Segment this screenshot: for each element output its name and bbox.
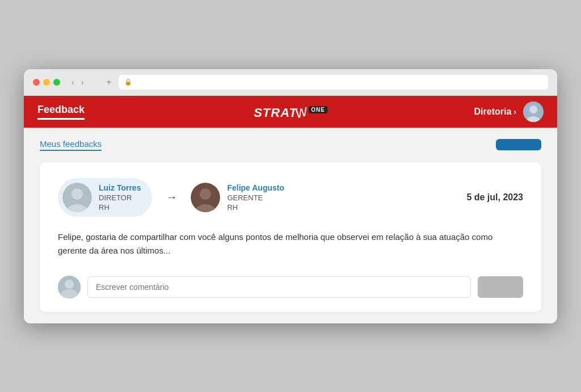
direction-arrow-icon: → bbox=[166, 191, 177, 204]
from-role: DIRETOR bbox=[99, 193, 141, 202]
svg-point-11 bbox=[61, 292, 77, 298]
nav-right: Diretoria › bbox=[474, 102, 544, 122]
close-button[interactable] bbox=[33, 79, 40, 86]
app-container: Feedback STRATwONE Diretoria › bbox=[24, 96, 557, 323]
svg-point-10 bbox=[65, 280, 74, 289]
to-role: GERENTE bbox=[227, 193, 284, 202]
page-header: Meus feedbacks bbox=[40, 139, 541, 151]
svg-point-1 bbox=[529, 106, 537, 113]
nav-user-avatar[interactable] bbox=[523, 102, 544, 122]
top-nav: Feedback STRATwONE Diretoria › bbox=[24, 96, 557, 128]
new-feedback-button[interactable] bbox=[496, 139, 541, 150]
feedback-participants: Luiz Torres DIRETOR RH → bbox=[58, 178, 284, 217]
minimize-button[interactable] bbox=[43, 79, 50, 86]
browser-window: ‹ › + 🔒 Feedback STRATwONE Diretoria bbox=[24, 69, 557, 323]
page-content: Meus feedbacks bbox=[24, 128, 557, 323]
to-avatar bbox=[191, 183, 220, 212]
svg-point-7 bbox=[200, 188, 211, 200]
nav-diretoria[interactable]: Diretoria › bbox=[474, 107, 516, 117]
commenter-avatar bbox=[58, 276, 81, 298]
from-avatar bbox=[62, 183, 92, 212]
forward-button[interactable]: › bbox=[79, 77, 86, 88]
maximize-button[interactable] bbox=[53, 79, 60, 86]
comment-input[interactable] bbox=[87, 276, 471, 298]
feedback-body-text: Felipe, gostaria de compartilhar com voc… bbox=[58, 230, 523, 258]
from-name: Luiz Torres bbox=[99, 183, 141, 192]
nav-logo: STRATwONE bbox=[254, 103, 327, 121]
nav-feedback-label: Feedback bbox=[37, 104, 85, 120]
diretoria-chevron: › bbox=[513, 107, 516, 116]
back-button[interactable]: ‹ bbox=[69, 77, 77, 88]
logo-strat-text: STRATwONE bbox=[254, 103, 327, 121]
from-info: Luiz Torres DIRETOR RH bbox=[99, 183, 141, 212]
traffic-lights bbox=[33, 79, 60, 86]
comment-row bbox=[58, 276, 523, 298]
feedback-card-header: Luiz Torres DIRETOR RH → bbox=[58, 178, 523, 217]
address-bar[interactable]: 🔒 bbox=[119, 75, 548, 90]
to-info: Felipe Augusto GERENTE RH bbox=[227, 183, 284, 212]
to-dept: RH bbox=[227, 203, 284, 212]
meus-feedbacks-link[interactable]: Meus feedbacks bbox=[40, 139, 102, 151]
participant-to: Felipe Augusto GERENTE RH bbox=[191, 183, 284, 212]
svg-point-4 bbox=[71, 188, 83, 200]
diretoria-label: Diretoria bbox=[474, 107, 512, 117]
new-tab-button[interactable]: + bbox=[104, 77, 113, 87]
feedback-card: Luiz Torres DIRETOR RH → bbox=[40, 162, 541, 312]
comment-submit-button[interactable] bbox=[478, 276, 523, 298]
participant-from: Luiz Torres DIRETOR RH bbox=[58, 178, 152, 217]
lock-icon: 🔒 bbox=[124, 78, 132, 86]
from-dept: RH bbox=[99, 203, 141, 212]
feedback-date: 5 de jul, 2023 bbox=[466, 192, 523, 203]
to-name: Felipe Augusto bbox=[227, 183, 284, 192]
nav-avatar-placeholder bbox=[523, 102, 544, 122]
browser-chrome: ‹ › + 🔒 bbox=[24, 69, 557, 96]
